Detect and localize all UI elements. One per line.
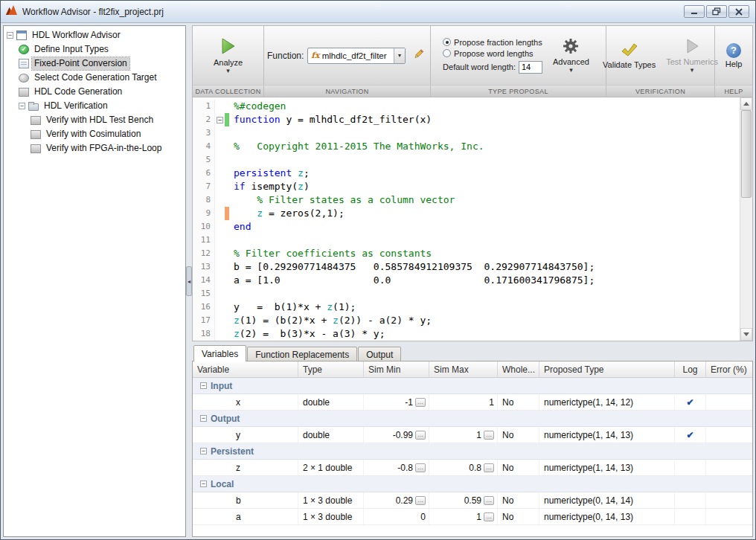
minimize-button[interactable] — [684, 5, 705, 18]
tree-expander-icon[interactable]: − — [19, 103, 25, 109]
code-text: persistent z; — [234, 167, 310, 180]
sim-min-edit-button[interactable]: … — [415, 398, 426, 407]
variable-row-b[interactable]: b1 × 3 double0.29…0.59…Nonumerictype(0, … — [193, 492, 752, 509]
code-text: % Copyright 2011-2015 The MathWorks, Inc… — [234, 140, 484, 153]
test-numerics-button[interactable]: Test Numerics ▾ — [662, 36, 723, 75]
close-button[interactable] — [728, 5, 749, 18]
group-row-input[interactable]: −Input — [193, 378, 752, 394]
sim-max-edit-button[interactable]: … — [484, 512, 494, 521]
tree-item-verify-with-hdl-test-bench[interactable]: Verify with HDL Test Bench — [4, 113, 185, 127]
log-checkbox[interactable]: ✔ — [675, 427, 706, 443]
test-play-icon — [685, 38, 699, 56]
tab-output[interactable]: Output — [358, 347, 401, 361]
variable-row-x[interactable]: xdouble-1…1Nonumerictype(1, 14, 12)✔ — [193, 394, 752, 411]
test-numerics-dropdown-arrow[interactable]: ▾ — [691, 68, 694, 73]
sim-max-edit-button[interactable]: … — [484, 463, 494, 472]
help-button[interactable]: ? Help — [721, 41, 747, 71]
variable-name: a — [193, 509, 298, 524]
line-number: 15 — [193, 287, 215, 300]
group-cell: −Local — [193, 476, 752, 492]
group-collapse-icon[interactable]: − — [200, 382, 207, 389]
analyze-button[interactable]: Analyze ▾ — [209, 35, 247, 76]
group-row-local[interactable]: −Local — [193, 476, 752, 492]
line-number: 16 — [193, 300, 215, 314]
group-row-output[interactable]: −Output — [193, 411, 752, 427]
scroll-up-button[interactable] — [740, 97, 752, 110]
column-header-variable[interactable]: Variable — [193, 361, 298, 377]
line-marker — [225, 153, 229, 167]
editor-vertical-scrollbar[interactable] — [740, 97, 752, 341]
validate-types-button[interactable]: Validate Types — [598, 40, 660, 71]
function-combobox[interactable]: fx mlhdlc_df2t_filter ▾ — [307, 48, 406, 64]
tree-item-verify-with-cosimulation[interactable]: Verify with Cosimulation — [4, 127, 185, 141]
log-checkbox[interactable] — [675, 460, 706, 475]
code-line-6: 6persistent z; — [193, 167, 740, 180]
radio-button-icon — [443, 49, 451, 57]
log-checkbox[interactable]: ✔ — [675, 394, 706, 410]
log-checkbox[interactable] — [675, 509, 706, 524]
column-header-log[interactable]: Log — [675, 361, 706, 377]
workflow-advisor-window: Workflow Advisor - flt2fix_project.prj −… — [0, 0, 756, 540]
fold-column: − — [215, 113, 225, 126]
variable-row-y[interactable]: ydouble-0.99…1…Nonumerictype(1, 14, 13)✔ — [193, 427, 752, 443]
sim-max-value: 0.8… — [429, 460, 498, 475]
tab-variables[interactable]: Variables — [193, 345, 246, 361]
edit-function-button[interactable] — [409, 47, 427, 65]
sim-max-edit-button[interactable]: … — [484, 431, 494, 440]
analyze-dropdown-arrow[interactable]: ▾ — [226, 68, 230, 74]
advisor-icon — [16, 30, 27, 40]
sim-min-edit-button[interactable]: … — [415, 431, 426, 440]
scrollbar-track[interactable] — [740, 110, 752, 328]
sim-max-edit-button[interactable]: … — [484, 496, 494, 505]
fold-column — [215, 140, 225, 153]
group-collapse-icon[interactable]: − — [200, 415, 207, 422]
group-row-persistent[interactable]: −Persistent — [193, 443, 752, 460]
column-header-error[interactable]: Error (%) — [706, 361, 752, 377]
tab-function-replacements[interactable]: Function Replacements — [247, 347, 357, 361]
tree-item-fixed-point-conversion[interactable]: Fixed-Point Conversion — [4, 57, 185, 71]
column-header-whole[interactable]: Whole... — [498, 361, 539, 377]
workflow-tree-panel: −HDL Workflow AdvisorDefine Input TypesF… — [3, 25, 186, 537]
tree-item-hdl-verification[interactable]: −HDL Verification — [4, 99, 185, 113]
workflow-tree: −HDL Workflow AdvisorDefine Input TypesF… — [4, 28, 185, 155]
log-checkbox[interactable] — [675, 492, 706, 508]
sim-min-edit-button[interactable]: … — [415, 496, 426, 505]
tree-item-label: Define Input Types — [32, 43, 111, 56]
folder-icon — [28, 103, 39, 111]
tree-expander-icon[interactable]: − — [7, 32, 13, 39]
advanced-button[interactable]: Advanced ▾ — [548, 36, 594, 75]
group-collapse-icon[interactable]: − — [200, 448, 207, 454]
scroll-down-button[interactable] — [740, 328, 752, 341]
sim-max-value: 1… — [429, 509, 498, 524]
tree-item-verify-with-fpga-in-the-loop[interactable]: Verify with FPGA-in-the-Loop — [4, 141, 185, 155]
column-header-type[interactable]: Type — [298, 361, 364, 377]
propose-word-radio[interactable]: Propose word lengths — [443, 49, 542, 58]
fold-column — [215, 327, 225, 341]
fold-column — [215, 207, 225, 220]
fx-icon: fx — [308, 51, 321, 60]
column-header-proposed-type[interactable]: Proposed Type — [539, 361, 675, 377]
column-header-sim-min[interactable]: Sim Min — [364, 361, 429, 377]
code-fold-toggle[interactable]: − — [217, 117, 223, 123]
tree-item-label: HDL Workflow Advisor — [30, 29, 123, 42]
tree-item-define-input-types[interactable]: Define Input Types — [4, 42, 185, 57]
panel-splitter[interactable]: ◄ — [186, 25, 192, 537]
tree-item-hdl-code-generation[interactable]: HDL Code Generation — [4, 85, 185, 99]
sim-min-edit-button[interactable]: … — [415, 463, 426, 472]
error-percent-value — [706, 509, 752, 524]
variable-row-a[interactable]: a1 × 3 double01…Nonumerictype(0, 14, 13) — [193, 509, 752, 525]
advanced-dropdown-arrow[interactable]: ▾ — [569, 68, 573, 73]
restore-button[interactable] — [706, 5, 727, 18]
variable-row-z[interactable]: z2 × 1 double-0.8…0.8…Nonumerictype(1, 1… — [193, 460, 752, 476]
panel-icon — [19, 59, 29, 68]
tree-item-hdl-workflow-advisor[interactable]: −HDL Workflow Advisor — [4, 28, 185, 42]
code-area[interactable]: 1%#codegen2−function y = mlhdlc_df2t_fil… — [193, 97, 740, 341]
default-word-length-input[interactable] — [519, 61, 542, 74]
tree-item-select-code-generation-target[interactable]: Select Code Generation Target — [4, 71, 185, 85]
propose-fraction-radio[interactable]: Propose fraction lengths — [443, 38, 542, 47]
column-header-sim-max[interactable]: Sim Max — [429, 361, 498, 377]
group-collapse-icon[interactable]: − — [200, 480, 207, 487]
function-dropdown-arrow[interactable]: ▾ — [394, 48, 405, 63]
scrollbar-thumb[interactable] — [741, 110, 752, 198]
titlebar[interactable]: Workflow Advisor - flt2fix_project.prj — [1, 1, 755, 23]
